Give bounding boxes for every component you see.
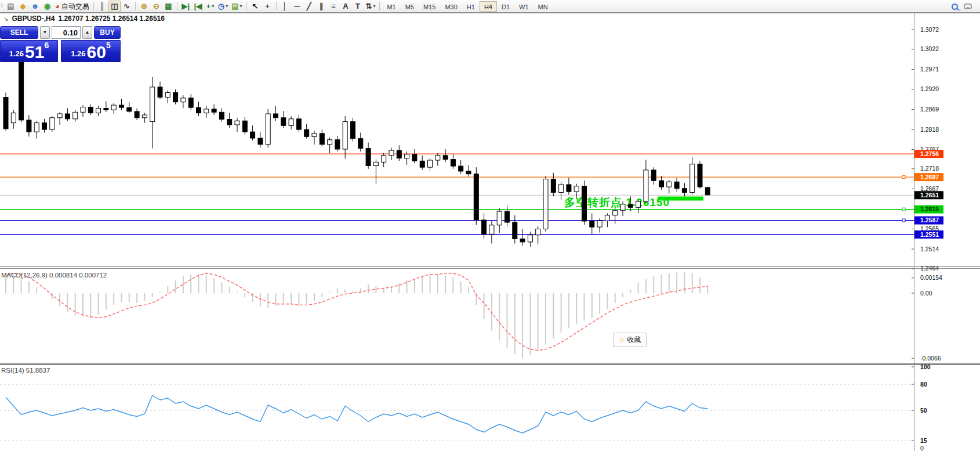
candlestick-chart-icon[interactable]: ◫: [108, 1, 121, 12]
star-icon: ☆: [619, 335, 626, 344]
buy-price-pip: 5: [106, 42, 111, 49]
terminal-icon[interactable]: ▤: [5, 1, 17, 12]
crosshair-icon[interactable]: +: [262, 1, 274, 12]
price-level-lines: [0, 154, 914, 234]
timeframe-button-d1[interactable]: D1: [497, 1, 514, 12]
toolbar-separator: [379, 2, 380, 10]
text-icon[interactable]: A: [340, 1, 352, 12]
ohlc-values: 1.26707 1.26725 1.26514 1.26516: [58, 15, 165, 23]
arrows-icon[interactable]: ⇅▾: [364, 1, 378, 12]
svg-text:1.2767: 1.2767: [920, 146, 939, 153]
svg-text:1.3072: 1.3072: [920, 26, 939, 33]
toolbar-grip: [1, 2, 3, 11]
svg-text:0: 0: [920, 445, 924, 451]
timeframe-button-h1[interactable]: H1: [462, 1, 480, 12]
timeframe-button-m15[interactable]: M15: [419, 1, 440, 12]
buy-price-prefix: 1.26: [71, 48, 85, 60]
svg-text:1.2756: 1.2756: [920, 150, 939, 157]
favorite-button[interactable]: ☆ 收藏: [613, 333, 647, 347]
fibonacci-icon[interactable]: ≡: [328, 1, 340, 12]
timeframe-button-m1[interactable]: M1: [382, 1, 400, 12]
sell-price-main: 51: [25, 45, 44, 60]
chevron-down-icon: ▾: [373, 1, 375, 12]
svg-text:1.2697: 1.2697: [920, 174, 939, 181]
svg-text:1.3022: 1.3022: [920, 45, 939, 52]
timeframe-button-m5[interactable]: M5: [401, 1, 419, 12]
toolbar-separator: [93, 2, 94, 10]
price-axis: 1.30721.30221.29711.29201.28691.28181.27…: [912, 26, 943, 272]
chevron-down-icon: ▾: [240, 1, 242, 12]
svg-text:1.2920: 1.2920: [920, 85, 939, 92]
autotrading-icon[interactable]: ◕自动交易: [53, 1, 91, 12]
vertical-line-icon[interactable]: │: [279, 1, 291, 12]
svg-text:1.2551: 1.2551: [920, 231, 939, 238]
main-toolbar: ▤◆☻◉◕自动交易║◫∿⊕⊖▦▶||◀+▾◷▾▤▾↖+│─╱∥≡AT⇅▾M1M5…: [0, 0, 980, 13]
svg-text:80: 80: [920, 381, 927, 388]
channel-icon[interactable]: ∥: [315, 1, 328, 12]
svg-text:1.2818: 1.2818: [920, 126, 939, 133]
chat-icon[interactable]: [964, 3, 972, 9]
tile-windows-icon[interactable]: ▦: [162, 1, 175, 12]
chevron-down-icon: ▾: [226, 1, 228, 12]
chart-shift-icon[interactable]: |◀: [192, 1, 204, 12]
toolbar-separator: [177, 2, 177, 10]
svg-text:50: 50: [920, 407, 927, 414]
sell-price-pip: 6: [44, 42, 49, 49]
volume-input[interactable]: [52, 26, 81, 39]
candles: [3, 60, 710, 247]
svg-text:100: 100: [920, 363, 931, 370]
svg-text:1.2565: 1.2565: [920, 225, 939, 232]
profile-icon[interactable]: ☻: [29, 1, 41, 12]
trendline-icon[interactable]: ╱: [303, 1, 315, 12]
template-icon[interactable]: ▤▾: [230, 1, 244, 12]
svg-text:-0.0066: -0.0066: [920, 355, 941, 362]
pivot-annotation-text: 多空转折点 1.26150: [564, 195, 670, 210]
svg-text:1.2587: 1.2587: [920, 217, 939, 223]
timeframe-button-mn[interactable]: MN: [533, 1, 553, 12]
buy-price-display[interactable]: 1.26 60 5: [61, 40, 121, 62]
text-label-icon[interactable]: T: [352, 1, 364, 12]
search-icon[interactable]: [952, 3, 958, 10]
zoom-out-icon[interactable]: ⊖: [150, 1, 162, 12]
symbol-period-label: GBPUSD-,H4: [12, 15, 55, 23]
line-chart-icon[interactable]: ∿: [121, 1, 133, 12]
toolbar-separator: [246, 2, 247, 10]
chart-title: ↘ GBPUSD-,H4 1.26707 1.26725 1.26514 1.2…: [3, 15, 165, 23]
svg-text:1.2971: 1.2971: [920, 66, 939, 73]
volume-increase-button[interactable]: ▲: [82, 26, 92, 39]
toolbar-separator: [276, 2, 277, 10]
buy-button[interactable]: BUY: [94, 26, 121, 39]
period-icon[interactable]: ◷▾: [216, 1, 230, 12]
new-chart-icon[interactable]: +▾: [204, 1, 216, 12]
chart-canvas: 1.30721.30221.29711.29201.28691.28181.27…: [0, 0, 980, 451]
svg-text:1.2514: 1.2514: [920, 246, 939, 252]
cursor-icon[interactable]: ↖: [249, 1, 262, 12]
bar-chart-icon[interactable]: ║: [96, 1, 108, 12]
timeframe-button-m30[interactable]: M30: [440, 1, 462, 12]
timeframe-button-h4[interactable]: H4: [480, 1, 497, 12]
signals-icon[interactable]: ◉: [41, 1, 53, 12]
chart-window-icon: ↘: [3, 16, 8, 22]
svg-text:1.2615: 1.2615: [920, 205, 939, 212]
timeframe-button-w1[interactable]: W1: [514, 1, 533, 12]
svg-text:15: 15: [920, 437, 927, 444]
one-click-trading-panel: SELL ▼ ▲ BUY 1.26 51 6 1.26 60 5: [0, 26, 121, 62]
macd-indicator-label: MACD(12,26,9) 0.000814 0.000712: [1, 272, 107, 279]
sell-price-prefix: 1.26: [9, 48, 24, 60]
new-order-icon[interactable]: ◆: [17, 1, 29, 12]
horizontal-line-icon[interactable]: ─: [291, 1, 303, 12]
rsi-indicator-label: RSI(14) 51.8837: [1, 367, 50, 374]
svg-text:1.2651: 1.2651: [920, 192, 939, 199]
svg-text:1.2464: 1.2464: [920, 265, 939, 272]
svg-text:1.2718: 1.2718: [920, 165, 939, 172]
sell-button[interactable]: SELL: [0, 26, 38, 39]
sell-price-display[interactable]: 1.26 51 6: [0, 40, 58, 62]
zoom-in-icon[interactable]: ⊕: [138, 1, 150, 12]
toolbar-separator: [135, 2, 136, 10]
svg-text:0.00: 0.00: [920, 290, 932, 297]
auto-scroll-icon[interactable]: ▶|: [180, 1, 192, 12]
rsi-pane: 1008050150: [0, 363, 931, 451]
favorite-label: 收藏: [627, 335, 641, 345]
svg-text:1.2667: 1.2667: [920, 185, 939, 192]
volume-decrease-button[interactable]: ▼: [40, 26, 50, 39]
